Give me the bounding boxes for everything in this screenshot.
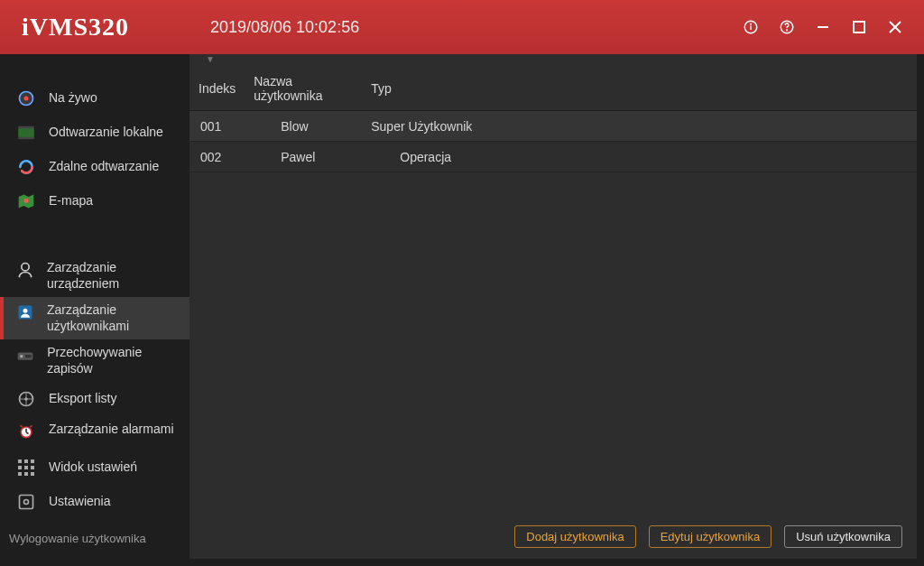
maximize-icon[interactable] xyxy=(841,9,877,45)
column-header-type[interactable]: Typ xyxy=(362,67,917,111)
svg-rect-12 xyxy=(18,126,34,128)
svg-point-42 xyxy=(24,500,29,505)
table-header-row: Indeks Nazwa użytkownika Typ xyxy=(189,67,917,111)
export-icon xyxy=(16,389,36,409)
sidebar-item-local-playback[interactable]: Odtwarzanie lokalne xyxy=(0,116,189,150)
collapse-arrow-icon[interactable]: ▼ xyxy=(189,54,917,67)
sidebar-item-storage[interactable]: Przechowywanie zapisów xyxy=(0,339,189,382)
cell-name: Blow xyxy=(245,111,362,142)
delete-user-button[interactable]: Usuń użytkownika xyxy=(784,525,902,548)
svg-point-20 xyxy=(20,355,23,357)
sidebar-logout[interactable]: Wylogowanie użytkownika xyxy=(0,524,189,552)
timestamp: 2019/08/06 10:02:56 xyxy=(210,18,359,37)
svg-rect-35 xyxy=(18,466,22,469)
refresh-icon xyxy=(16,157,36,177)
sidebar-item-alarm-management[interactable]: Zarządzanie alarmami xyxy=(0,416,189,450)
cell-name: Pawel xyxy=(245,142,362,172)
user-icon xyxy=(16,302,34,322)
column-header-index[interactable]: Indeks xyxy=(189,67,245,111)
help-icon[interactable] xyxy=(769,9,805,45)
svg-point-2 xyxy=(751,23,752,24)
sidebar-item-label: Zarządzanie urządzeniem xyxy=(47,260,179,292)
add-user-button[interactable]: Dodaj użytkownika xyxy=(514,525,635,548)
gear-icon xyxy=(16,492,36,512)
cell-index: 002 xyxy=(189,142,245,172)
cell-type: Operacja xyxy=(362,142,917,172)
svg-rect-36 xyxy=(24,466,28,469)
sidebar-item-label: Ustawienia xyxy=(49,494,110,510)
svg-rect-33 xyxy=(24,459,28,463)
sidebar-item-view-settings[interactable]: Widok ustawień xyxy=(0,450,189,485)
svg-rect-32 xyxy=(18,459,22,463)
sidebar-item-label: E-mapa xyxy=(49,193,93,209)
svg-point-16 xyxy=(22,264,29,271)
svg-line-30 xyxy=(20,425,23,427)
sidebar-item-settings[interactable]: Ustawienia xyxy=(0,485,189,519)
close-icon[interactable] xyxy=(877,9,913,45)
svg-rect-37 xyxy=(31,466,34,469)
camera-icon xyxy=(16,88,36,108)
sidebar-item-label: Zdalne odtwarzanie xyxy=(49,159,159,175)
sidebar-item-label: Zarządzanie użytkownikami xyxy=(47,302,179,334)
film-icon xyxy=(16,123,36,143)
svg-rect-41 xyxy=(20,496,33,509)
user-table: Indeks Nazwa użytkownika Typ 001 Blow Su… xyxy=(189,67,917,172)
edit-user-button[interactable]: Edytuj użytkownika xyxy=(649,525,772,548)
svg-point-15 xyxy=(24,199,29,203)
svg-point-18 xyxy=(23,309,28,313)
minimize-icon[interactable] xyxy=(805,9,841,45)
svg-line-31 xyxy=(30,425,32,427)
device-icon xyxy=(16,260,34,280)
main-panel: ▼ Indeks Nazwa użytkownika Typ 001 Blow … xyxy=(189,54,917,559)
sidebar-item-live[interactable]: Na żywo xyxy=(0,81,189,116)
svg-point-10 xyxy=(24,97,29,101)
svg-rect-39 xyxy=(24,472,28,476)
sidebar-item-device-management[interactable]: Zarządzanie urządzeniem xyxy=(0,255,189,297)
svg-rect-34 xyxy=(31,459,34,463)
svg-rect-40 xyxy=(31,472,34,476)
sidebar-item-export-list[interactable]: Eksport listy xyxy=(0,382,189,416)
sidebar-item-user-management[interactable]: Zarządzanie użytkownikami xyxy=(0,297,189,339)
table-row[interactable]: 002 Pawel Operacja xyxy=(189,142,917,172)
sidebar-item-label: Przechowywanie zapisów xyxy=(47,345,179,376)
cell-index: 001 xyxy=(189,111,245,142)
svg-rect-6 xyxy=(854,22,864,32)
column-header-name[interactable]: Nazwa użytkownika xyxy=(245,67,362,111)
table-row[interactable]: 001 Blow Super Użytkownik xyxy=(189,111,917,142)
grid-icon xyxy=(16,458,36,478)
sidebar-item-label: Eksport listy xyxy=(49,391,116,407)
sidebar-item-label: Zarządzanie alarmami xyxy=(49,422,174,438)
sidebar-item-remote-playback[interactable]: Zdalne odtwarzanie xyxy=(0,150,189,184)
svg-rect-21 xyxy=(25,355,32,357)
svg-rect-13 xyxy=(18,137,34,139)
sidebar-item-label: Na żywo xyxy=(49,90,97,107)
sidebar-logout-label: Wylogowanie użytkownika xyxy=(9,532,146,545)
sidebar-item-label: Widok ustawień xyxy=(49,459,137,476)
alarm-icon xyxy=(16,422,36,441)
sidebar-item-label: Odtwarzanie lokalne xyxy=(49,125,163,141)
footer-actions: Dodaj użytkownika Edytuj użytkownika Usu… xyxy=(189,514,917,559)
sidebar-item-emap[interactable]: E-mapa xyxy=(0,184,189,218)
storage-icon xyxy=(16,345,34,365)
cell-type: Super Użytkownik xyxy=(362,111,917,142)
app-name: iVMS320 xyxy=(22,13,129,42)
svg-rect-11 xyxy=(18,127,34,137)
title-bar: iVMS320 2019/08/06 10:02:56 xyxy=(0,0,924,54)
sidebar: Na żywo Odtwarzanie lokalne Zdalne odtwa… xyxy=(0,54,189,566)
map-icon xyxy=(16,191,36,211)
info-icon[interactable] xyxy=(733,9,769,45)
svg-point-4 xyxy=(787,30,788,31)
svg-rect-38 xyxy=(18,472,22,476)
